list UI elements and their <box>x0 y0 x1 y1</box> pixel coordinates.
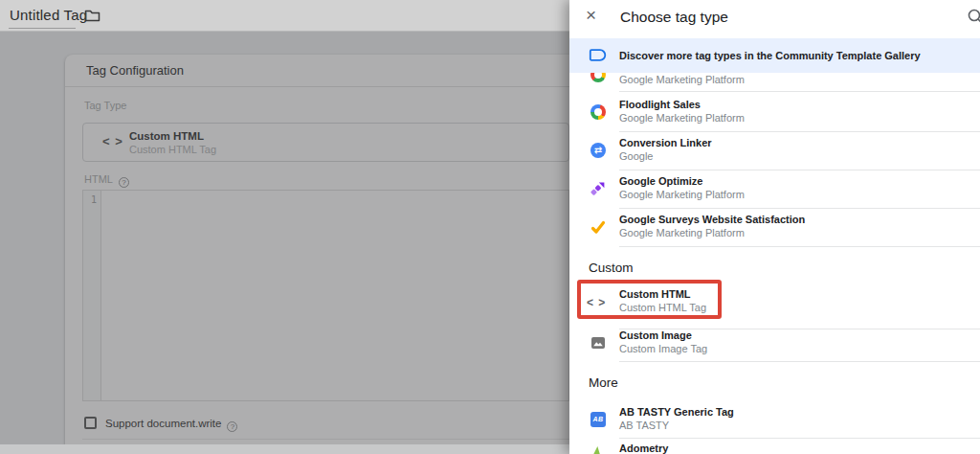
dialog-title: Choose tag type <box>620 9 728 26</box>
list-item-google-optimize[interactable]: Google Optimize Google Marketing Platfor… <box>569 175 980 204</box>
choose-tag-type-panel: × Choose tag type Discover more tag type… <box>569 0 980 454</box>
google-optimize-icon <box>590 181 606 196</box>
card-title: Tag Configuration <box>65 55 569 87</box>
tag-type-label: Tag Type <box>84 100 126 111</box>
section-header-more: More <box>589 375 618 390</box>
line-number: 1 <box>91 194 97 205</box>
folder-icon[interactable] <box>84 9 100 27</box>
tag-name-underline <box>9 28 76 29</box>
image-icon <box>590 335 606 351</box>
editor-gutter: 1 <box>83 191 101 400</box>
banner-text: Discover more tag types in the Community… <box>619 50 921 61</box>
community-gallery-banner[interactable]: Discover more tag types in the Community… <box>569 38 980 73</box>
tag-editor-dimmed-region: Untitled Tag Tag Configuration Tag Type … <box>0 0 569 454</box>
item-subtitle: Custom Image Tag <box>619 343 707 354</box>
tag-configuration-card: Tag Configuration Tag Type < > Custom HT… <box>65 55 569 444</box>
divider <box>619 170 980 170</box>
divider <box>619 131 980 132</box>
support-document-write-label: Support document.write <box>105 418 221 429</box>
code-brackets-icon: < > <box>587 296 606 309</box>
help-icon[interactable]: ? <box>119 177 129 188</box>
item-title: Google Optimize <box>619 175 702 187</box>
divider <box>619 438 980 439</box>
item-title: Google Surveys Website Satisfaction <box>619 214 805 225</box>
help-icon[interactable]: ? <box>227 421 237 432</box>
item-title: Adometry <box>619 443 668 454</box>
item-subtitle: AB TASTY <box>619 420 669 431</box>
selected-tag-subtitle: Custom HTML Tag <box>129 144 216 155</box>
list-item-custom-image[interactable]: Custom Image Custom Image Tag <box>569 329 980 358</box>
tag-name-field[interactable]: Untitled Tag <box>10 7 87 23</box>
divider <box>619 91 980 92</box>
selected-tag-title: Custom HTML <box>129 130 204 142</box>
code-brackets-icon: < > <box>102 134 123 148</box>
list-item-custom-html[interactable]: < > Custom HTML Custom HTML Tag <box>569 288 980 317</box>
tag-type-selector[interactable]: < > Custom HTML Custom HTML Tag <box>82 123 569 162</box>
list-item-google-surveys[interactable]: Google Surveys Website Satisfaction Goog… <box>569 214 980 242</box>
community-template-gallery-icon <box>589 48 607 66</box>
card-divider <box>82 439 569 440</box>
divider <box>619 208 980 209</box>
conversion-linker-icon: ⇄ <box>590 143 606 158</box>
item-title: Custom Image <box>619 329 692 341</box>
list-item-ab-tasty[interactable]: AB AB TASTY Generic Tag AB TASTY <box>569 406 980 435</box>
item-title: AB TASTY Generic Tag <box>619 406 734 418</box>
divider <box>619 246 980 247</box>
list-item-floodlight-sales[interactable]: Floodlight Sales Google Marketing Platfo… <box>569 99 980 127</box>
list-item-adometry[interactable]: Adometry <box>569 443 980 454</box>
bottom-strip <box>0 444 569 454</box>
divider <box>619 361 980 362</box>
item-title: Conversion Linker <box>619 137 712 148</box>
search-icon[interactable] <box>967 8 980 29</box>
support-document-write-row: Support document.write? <box>84 414 237 429</box>
item-subtitle: Google <box>619 150 653 162</box>
html-field-label: HTML? <box>84 173 129 188</box>
item-subtitle: Google Marketing Platform <box>619 227 745 238</box>
editor-topbar: Untitled Tag <box>0 0 569 32</box>
item-subtitle: Google Marketing Platform <box>619 189 745 200</box>
item-subtitle: Google Marketing Platform <box>619 112 745 124</box>
floodlight-icon <box>590 104 606 120</box>
html-code-editor[interactable]: 1 <box>82 190 569 401</box>
list-item-conversion-linker[interactable]: ⇄ Conversion Linker Google <box>569 137 980 166</box>
html-label-text: HTML <box>84 173 113 185</box>
item-title: Floodlight Sales <box>619 99 701 110</box>
item-subtitle: Custom HTML Tag <box>619 302 706 313</box>
surveys-checkmark-icon <box>590 219 606 235</box>
item-subtitle: Google Marketing Platform <box>619 74 745 85</box>
section-header-custom: Custom <box>589 261 634 275</box>
support-document-write-checkbox[interactable] <box>84 417 97 429</box>
adometry-icon <box>590 446 606 454</box>
close-icon[interactable]: × <box>586 5 596 26</box>
item-title: Custom HTML <box>619 288 691 300</box>
ab-tasty-icon: AB <box>590 412 606 427</box>
